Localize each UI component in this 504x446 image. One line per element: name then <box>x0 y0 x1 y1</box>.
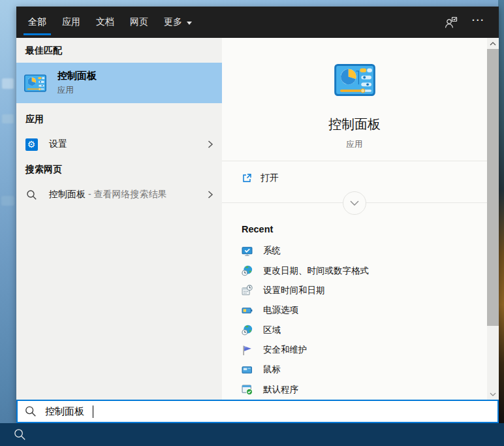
desktop-icon-blur <box>2 78 14 89</box>
preview-app-title: 控制面板 <box>328 116 381 133</box>
recent-item-label: 设置时间和日期 <box>263 285 325 296</box>
control-panel-icon-large <box>334 64 375 96</box>
best-match-type: 应用 <box>57 85 97 96</box>
recent-header: Recent <box>222 224 487 234</box>
gear-icon: ⚙ <box>25 138 38 151</box>
web-search-hint: - 查看网络搜索结果 <box>88 189 167 199</box>
globe-clock-icon <box>242 265 253 276</box>
expand-chevron-button[interactable] <box>343 191 366 215</box>
web-section-header: 搜索网页 <box>16 164 222 176</box>
result-item-web-search[interactable]: 控制面板 - 查看网络搜索结果 <box>16 182 222 208</box>
tab-apps[interactable]: 应用 <box>54 7 88 38</box>
system-monitor-icon <box>242 246 253 257</box>
power-options-icon <box>242 305 253 316</box>
more-options-glyph: ··· <box>472 15 485 25</box>
results-panel: 最佳匹配 <box>16 38 222 400</box>
text-caret <box>93 406 93 418</box>
tab-more[interactable]: 更多 <box>156 7 200 38</box>
more-options-button[interactable]: ··· <box>467 11 490 33</box>
tab-label: 网页 <box>130 16 148 28</box>
recent-item-system[interactable]: 系统 <box>222 241 487 261</box>
calendar-clock-icon <box>242 285 253 296</box>
tab-label: 文档 <box>96 16 114 28</box>
desktop-background-strip <box>498 0 504 423</box>
tab-label: 更多 <box>164 16 182 28</box>
tab-label: 应用 <box>62 16 80 28</box>
search-filter-tabbar: 全部 应用 文档 网页 更多 ··· <box>16 7 499 38</box>
best-match-title: 控制面板 <box>57 70 97 82</box>
recent-item-power-options[interactable]: 电源选项 <box>222 300 487 320</box>
scroll-up-button[interactable] <box>487 38 499 49</box>
recent-item-label: 更改日期、时间或数字格式 <box>263 265 369 277</box>
chevron-right-icon[interactable] <box>206 190 214 199</box>
globe-clock-icon <box>242 325 253 336</box>
best-match-result-control-panel[interactable]: 控制面板 应用 <box>16 63 222 103</box>
result-label: 设置 <box>49 138 67 150</box>
search-icon <box>25 189 38 200</box>
flag-icon <box>242 345 253 356</box>
scrollbar-thumb[interactable] <box>487 49 499 326</box>
recent-item-label: 安全和维护 <box>263 344 307 356</box>
recent-item-change-date-formats[interactable]: 更改日期、时间或数字格式 <box>222 261 487 280</box>
user-feedback-icon[interactable] <box>440 11 462 33</box>
apps-section-header: 应用 <box>16 114 222 125</box>
recent-item-label: 电源选项 <box>263 304 298 316</box>
recent-item-default-programs[interactable]: 默认程序 <box>222 380 487 400</box>
best-match-text: 控制面板 应用 <box>57 70 97 96</box>
preview-panel: 控制面板 应用 打开 Rece <box>222 38 487 400</box>
scrollbar[interactable] <box>487 38 499 400</box>
tab-web[interactable]: 网页 <box>122 7 156 38</box>
header-actions: ··· <box>440 7 499 38</box>
desktop-icon-blur <box>2 114 14 123</box>
search-results-area: 最佳匹配 <box>16 38 499 400</box>
web-search-text: 控制面板 - 查看网络搜索结果 <box>49 189 166 200</box>
search-icon <box>25 406 37 417</box>
taskbar-search-button[interactable] <box>5 423 34 446</box>
web-search-query: 控制面板 <box>49 189 86 199</box>
open-label: 打开 <box>260 172 279 184</box>
recent-item-region[interactable]: 区域 <box>222 320 487 340</box>
result-item-settings[interactable]: ⚙ 设置 <box>16 131 222 157</box>
tab-documents[interactable]: 文档 <box>88 7 122 38</box>
best-match-header: 最佳匹配 <box>16 45 222 57</box>
scroll-down-button[interactable] <box>487 389 499 400</box>
preview-app-type: 应用 <box>347 139 363 150</box>
recent-item-label: 默认程序 <box>263 384 298 396</box>
mouse-icon <box>242 364 253 375</box>
default-programs-icon <box>242 384 253 395</box>
control-panel-icon <box>24 74 46 92</box>
search-flyout-window: 全部 应用 文档 网页 更多 ··· 最佳匹配 <box>16 7 499 423</box>
app-hero: 控制面板 应用 <box>222 38 487 150</box>
recent-item-mouse[interactable]: 鼠标 <box>222 360 487 379</box>
chevron-down-icon <box>187 22 192 25</box>
tab-label: 全部 <box>28 16 46 28</box>
search-input[interactable]: 控制面板 <box>16 400 499 423</box>
tab-all[interactable]: 全部 <box>20 7 54 38</box>
recent-item-security-maintenance[interactable]: 安全和维护 <box>222 340 487 360</box>
recent-item-label: 鼠标 <box>263 364 281 375</box>
taskbar <box>0 423 504 446</box>
open-action[interactable]: 打开 <box>222 161 487 195</box>
recent-item-label: 系统 <box>263 245 281 257</box>
recent-item-set-time-date[interactable]: 设置时间和日期 <box>222 281 487 300</box>
chevron-right-icon[interactable] <box>206 140 214 149</box>
search-input-value: 控制面板 <box>45 406 84 418</box>
desktop-icon-blur <box>1 196 14 206</box>
recent-item-label: 区域 <box>263 325 281 336</box>
expander-row <box>222 195 487 219</box>
open-external-icon <box>242 172 253 183</box>
